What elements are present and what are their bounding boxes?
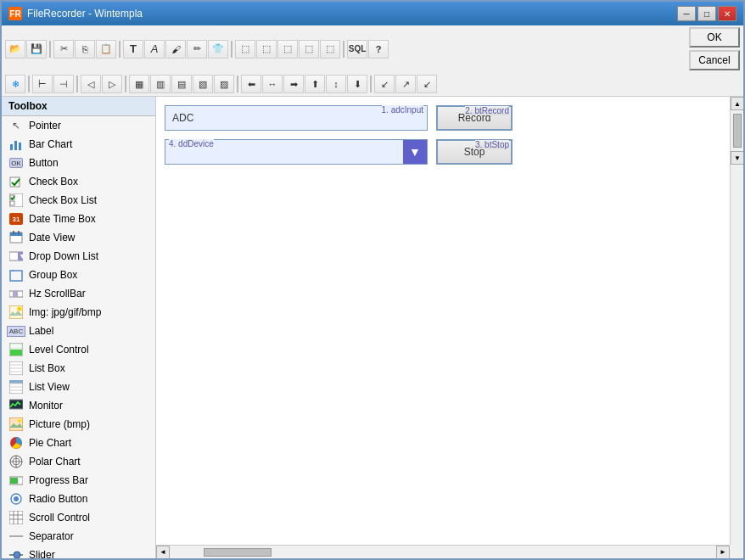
- svg-point-51: [14, 552, 20, 558]
- toolbox-item-hz-scrollbar[interactable]: Hz ScrollBar: [2, 284, 155, 303]
- toolbox-scroll[interactable]: ↖ Pointer Bar Chart OK Button: [2, 116, 155, 558]
- toolbar-paint-btn[interactable]: 🖌: [165, 40, 186, 59]
- toolbox-item-check-box-list[interactable]: Check Box List: [2, 191, 155, 210]
- toolbox-item-bar-chart-label: Bar Chart: [29, 138, 72, 150]
- v-scroll-thumb[interactable]: [733, 114, 742, 148]
- toolbox-item-list-view[interactable]: List View: [2, 378, 155, 396]
- grid5-btn[interactable]: ▨: [214, 75, 234, 93]
- open-button[interactable]: 📂: [5, 40, 25, 59]
- maximize-button[interactable]: □: [697, 6, 716, 21]
- dd-widget[interactable]: 4. ddDevice ▼: [165, 139, 428, 165]
- toolbox-item-check-box-list-label: Check Box List: [29, 194, 97, 206]
- toolbox-item-separator[interactable]: Separator: [2, 527, 155, 546]
- toolbox-item-pointer[interactable]: ↖ Pointer: [2, 116, 155, 135]
- toolbox-item-group-box[interactable]: ▪ Group Box: [2, 266, 155, 284]
- main-window: FR FileRecorder - Wintempla ─ □ ✕ 📂 💾 ✂ …: [0, 0, 745, 560]
- toolbox-item-date-time-box[interactable]: 31 Date Time Box: [2, 210, 155, 228]
- bring-front-btn[interactable]: ↗: [395, 75, 416, 93]
- toolbar-A-btn[interactable]: A: [144, 40, 165, 59]
- svg-rect-17: [13, 291, 18, 297]
- toolbar-select3-btn[interactable]: ⬚: [277, 40, 298, 59]
- snowflake-btn[interactable]: ❄: [5, 75, 25, 93]
- sep9: [370, 76, 372, 92]
- title-bar-buttons: ─ □ ✕: [677, 6, 737, 21]
- toolbox-item-level-control[interactable]: Level Control: [2, 340, 155, 359]
- align-bot-btn[interactable]: ⬇: [347, 75, 367, 93]
- grid1-btn[interactable]: ▦: [129, 75, 149, 93]
- toolbox-item-date-view[interactable]: Date View: [2, 228, 155, 247]
- arrow-left-btn[interactable]: ◁: [81, 75, 101, 93]
- toolbox-item-slider[interactable]: Slider: [2, 546, 155, 558]
- toolbox-item-drop-down-list[interactable]: ▼ Drop Down List: [2, 247, 155, 266]
- grid2-btn[interactable]: ▥: [150, 75, 171, 93]
- send-back-btn[interactable]: ↙: [374, 75, 395, 93]
- sep5: [28, 76, 30, 92]
- toolbox-item-polar-chart[interactable]: Polar Chart: [2, 452, 155, 471]
- svg-text:▼: ▼: [19, 252, 23, 260]
- send-back2-btn[interactable]: ↙: [417, 75, 437, 93]
- toolbox-item-check-box[interactable]: Check Box: [2, 172, 155, 191]
- scroll-up-btn[interactable]: ▲: [731, 97, 743, 110]
- toolbox-header: Toolbox: [2, 97, 155, 116]
- toolbar-select4-btn[interactable]: ⬚: [299, 40, 319, 59]
- save-button[interactable]: 💾: [26, 40, 47, 59]
- align-top-btn[interactable]: ⬆: [305, 75, 325, 93]
- copy-button[interactable]: ⎘: [75, 40, 95, 59]
- toolbox-item-label[interactable]: ABC Label: [2, 322, 155, 340]
- horizontal-scrollbar[interactable]: ◄ ►: [156, 545, 730, 558]
- date-time-box-icon: 31: [8, 211, 24, 227]
- toolbox-item-list-box[interactable]: List Box: [2, 359, 155, 378]
- scroll-right-btn[interactable]: ►: [716, 546, 730, 559]
- toolbar-row-2: ❄ ⊢ ⊣ ◁ ▷ ▦ ▥ ▤ ▧ ▨ ⬅ ↔ ➡ ⬆ ↕ ⬇ ↙ ↗ ↙: [2, 72, 743, 96]
- minimize-button[interactable]: ─: [677, 6, 696, 21]
- toolbox-item-button[interactable]: OK Button: [2, 154, 155, 172]
- check-box-icon: [8, 174, 24, 189]
- dd-tag: 4. ddDevice: [169, 139, 214, 148]
- dd-arrow[interactable]: ▼: [403, 140, 427, 164]
- toolbar-T-btn[interactable]: T: [123, 40, 143, 59]
- align-h-left-btn[interactable]: ⊢: [32, 75, 53, 93]
- adc-widget[interactable]: ADC 1. adcInput: [165, 105, 428, 131]
- toolbar-select5-btn[interactable]: ⬚: [320, 40, 340, 59]
- button-icon: OK: [8, 155, 24, 171]
- grid4-btn[interactable]: ▧: [193, 75, 213, 93]
- grid3-btn[interactable]: ▤: [171, 75, 192, 93]
- app-icon: FR: [8, 7, 22, 20]
- toolbox-item-radio-button[interactable]: Radio Button: [2, 490, 155, 508]
- adc-tag: 1. adcInput: [382, 105, 423, 115]
- toolbar-select1-btn[interactable]: ⬚: [235, 40, 255, 59]
- toolbar-help-btn[interactable]: ?: [368, 40, 389, 59]
- toolbox-item-drop-down-list-label: Drop Down List: [29, 250, 98, 262]
- scroll-down-btn[interactable]: ▼: [731, 151, 743, 165]
- toolbox-item-pie-chart[interactable]: Pie Chart: [2, 434, 155, 452]
- toolbox-item-progress-bar[interactable]: Progress Bar: [2, 471, 155, 490]
- toolbox-item-img[interactable]: Img: jpg/gif/bmp: [2, 303, 155, 322]
- label-icon: ABC: [8, 323, 24, 339]
- ok-button[interactable]: OK: [689, 27, 740, 48]
- toolbox-item-scroll-control[interactable]: Scroll Control: [2, 508, 155, 527]
- paste-button[interactable]: 📋: [96, 40, 116, 59]
- align-h-right-btn[interactable]: ⊣: [53, 75, 74, 93]
- align-mid-btn[interactable]: ↕: [326, 75, 346, 93]
- stop-button-widget[interactable]: 3. btStop Stop: [436, 139, 513, 165]
- h-scroll-thumb[interactable]: [204, 548, 272, 557]
- toolbar-pencil-btn[interactable]: ✏: [187, 40, 207, 59]
- vertical-scrollbar[interactable]: ▲ ▼: [730, 97, 743, 545]
- align-left-btn[interactable]: ⬅: [241, 75, 261, 93]
- record-tag: 2. btRecord: [465, 106, 509, 115]
- cancel-button[interactable]: Cancel: [689, 50, 740, 70]
- cut-button[interactable]: ✂: [53, 40, 74, 59]
- align-right-btn[interactable]: ➡: [283, 75, 304, 93]
- arrow-right-btn[interactable]: ▷: [102, 75, 122, 93]
- close-button[interactable]: ✕: [718, 6, 737, 21]
- align-center-btn[interactable]: ↔: [262, 75, 283, 93]
- group-box-icon: ▪: [8, 267, 24, 283]
- toolbar-select2-btn[interactable]: ⬚: [256, 40, 277, 59]
- scroll-left-btn[interactable]: ◄: [156, 546, 170, 559]
- toolbox-item-bar-chart[interactable]: Bar Chart: [2, 135, 155, 154]
- toolbox-item-picture[interactable]: Picture (bmp): [2, 415, 155, 434]
- record-button-widget[interactable]: 2. btRecord Record: [436, 105, 513, 131]
- toolbar-sql-btn[interactable]: SQL: [347, 40, 367, 59]
- toolbar-tshirt-btn[interactable]: 👕: [208, 40, 228, 59]
- toolbox-item-monitor[interactable]: Monitor: [2, 396, 155, 415]
